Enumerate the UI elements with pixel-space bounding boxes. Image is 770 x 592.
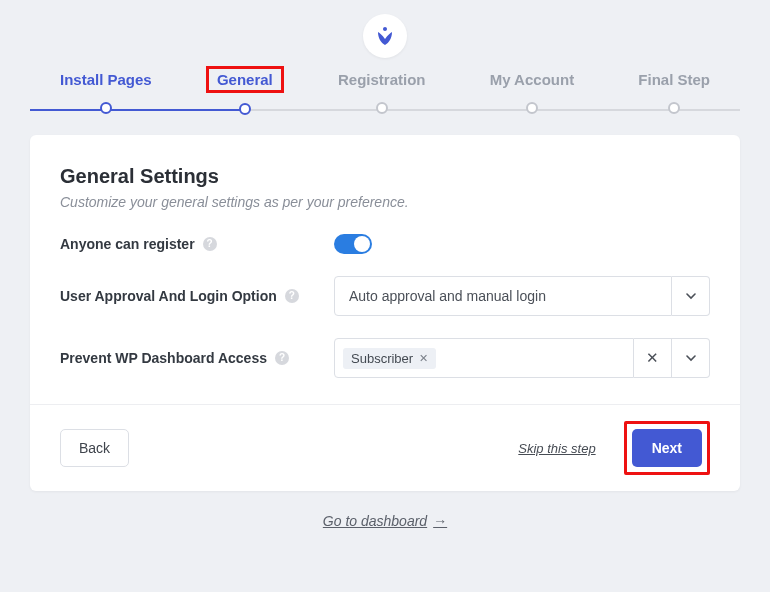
close-icon[interactable]: ✕	[419, 352, 428, 365]
step-general[interactable]: General	[206, 66, 284, 115]
label-anyone-register: Anyone can register ?	[60, 236, 322, 252]
step-install-pages[interactable]: Install Pages	[50, 67, 162, 114]
help-icon[interactable]: ?	[203, 237, 217, 251]
step-dot-icon	[376, 102, 388, 114]
card-title: General Settings	[60, 165, 710, 188]
brand-logo	[363, 14, 407, 58]
chevron-down-icon[interactable]	[672, 338, 710, 378]
wizard-stepper: Install Pages General Registration My Ac…	[30, 66, 740, 135]
step-dot-icon	[668, 102, 680, 114]
arrow-right-icon: →	[433, 513, 447, 529]
tags-prevent-dashboard[interactable]: Subscriber ✕	[334, 338, 634, 378]
chevron-down-icon[interactable]	[672, 276, 710, 316]
step-my-account[interactable]: My Account	[480, 67, 584, 114]
tag-subscriber: Subscriber ✕	[343, 348, 436, 369]
clear-tags-button[interactable]: ✕	[634, 338, 672, 378]
step-dot-icon	[526, 102, 538, 114]
back-button[interactable]: Back	[60, 429, 129, 467]
next-highlight: Next	[624, 421, 710, 475]
help-icon[interactable]: ?	[275, 351, 289, 365]
toggle-anyone-register[interactable]	[334, 234, 372, 254]
label-approval: User Approval And Login Option ?	[60, 288, 322, 304]
label-prevent-dashboard: Prevent WP Dashboard Access ?	[60, 350, 322, 366]
help-icon[interactable]: ?	[285, 289, 299, 303]
next-button[interactable]: Next	[632, 429, 702, 467]
close-icon: ✕	[646, 349, 659, 367]
skip-link[interactable]: Skip this step	[518, 441, 595, 456]
go-to-dashboard-link[interactable]: Go to dashboard→	[30, 513, 740, 529]
step-dot-icon	[100, 102, 112, 114]
step-dot-icon	[239, 103, 251, 115]
settings-card: General Settings Customize your general …	[30, 135, 740, 491]
card-subtitle: Customize your general settings as per y…	[60, 194, 710, 210]
step-final[interactable]: Final Step	[628, 67, 720, 114]
select-approval[interactable]: Auto approval and manual login	[334, 276, 672, 316]
step-registration[interactable]: Registration	[328, 67, 436, 114]
